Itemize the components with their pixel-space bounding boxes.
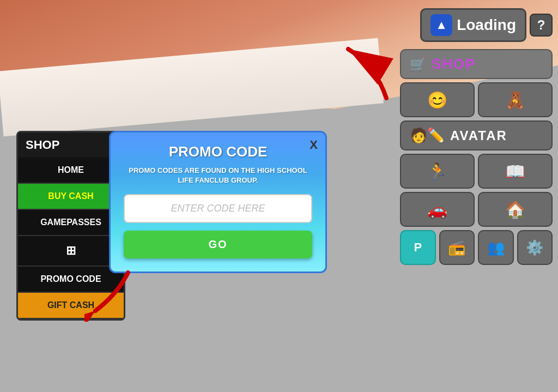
book-button[interactable]: 📖 (478, 154, 553, 189)
menu-home[interactable]: HOME (18, 158, 124, 184)
icon-row-1: 😊 🧸 (400, 82, 553, 117)
modal-close-button[interactable]: X (310, 138, 318, 152)
teddy-button[interactable]: 🧸 (478, 82, 553, 117)
gear-button[interactable]: ⚙️ (517, 230, 553, 265)
parking-icon: P (414, 240, 422, 255)
menu-promo-code[interactable]: PROMO CODE (18, 267, 124, 293)
icon-row-3: 🚗 🏠 (400, 192, 553, 227)
question-button[interactable]: ? (530, 14, 553, 37)
house-button[interactable]: 🏠 (478, 192, 553, 227)
radio-button[interactable]: 📻 (439, 230, 475, 265)
shop-label: SHOP (432, 56, 476, 73)
avatar-label: AVATAR (450, 128, 507, 143)
cart-icon: 🛒 (410, 57, 426, 72)
menu-icon-item[interactable]: ⊞ (18, 236, 124, 267)
book-icon: 📖 (505, 162, 525, 181)
people-button[interactable]: 👥 (478, 230, 514, 265)
radio-icon: 📻 (448, 239, 465, 256)
promo-modal: X PROMO CODE PROMO CODES ARE FOUND ON TH… (109, 131, 327, 273)
loading-icon: ▲ (430, 14, 452, 36)
runner-button[interactable]: 🏃 (400, 154, 475, 189)
modal-description: PROMO CODES ARE FOUND ON THE HIGH SCHOOL… (124, 166, 312, 185)
go-button[interactable]: GO (124, 231, 312, 258)
teddy-icon: 🧸 (505, 91, 525, 110)
loading-text: Loading (457, 16, 516, 34)
icon-row-4: P 📻 👥 ⚙️ (400, 230, 553, 265)
menu-gift-cash[interactable]: GIFT CASH (18, 293, 124, 319)
avatar-button[interactable]: 🧑‍✏️ AVATAR (400, 120, 553, 150)
parking-button[interactable]: P (400, 230, 436, 265)
code-input[interactable] (124, 194, 312, 223)
car-icon: 🚗 (427, 200, 447, 219)
smiley-icon: 😊 (427, 91, 447, 110)
menu-gamepasses[interactable]: GAMEPASSES (18, 210, 124, 236)
shop-button[interactable]: 🛒 SHOP (400, 49, 553, 79)
people-icon: 👥 (487, 239, 505, 256)
smiley-button[interactable]: 😊 (400, 82, 475, 117)
car-button[interactable]: 🚗 (400, 192, 475, 227)
modal-title: PROMO CODE (124, 143, 312, 160)
right-sidebar: 🛒 SHOP 😊 🧸 🧑‍✏️ AVATAR 🏃 📖 🚗 🏠 (400, 49, 553, 265)
top-right-bar: ▲ Loading ? (420, 8, 553, 42)
shop-panel-title: SHOP (18, 132, 124, 158)
runner-icon: 🏃 (427, 162, 447, 181)
menu-buy-cash[interactable]: BUY CASH (18, 184, 124, 210)
loading-button[interactable]: ▲ Loading (420, 8, 526, 42)
icon-row-2: 🏃 📖 (400, 154, 553, 189)
house-icon: 🏠 (505, 200, 525, 219)
avatar-icon: 🧑‍✏️ (410, 127, 445, 144)
gear-icon: ⚙️ (526, 239, 543, 256)
